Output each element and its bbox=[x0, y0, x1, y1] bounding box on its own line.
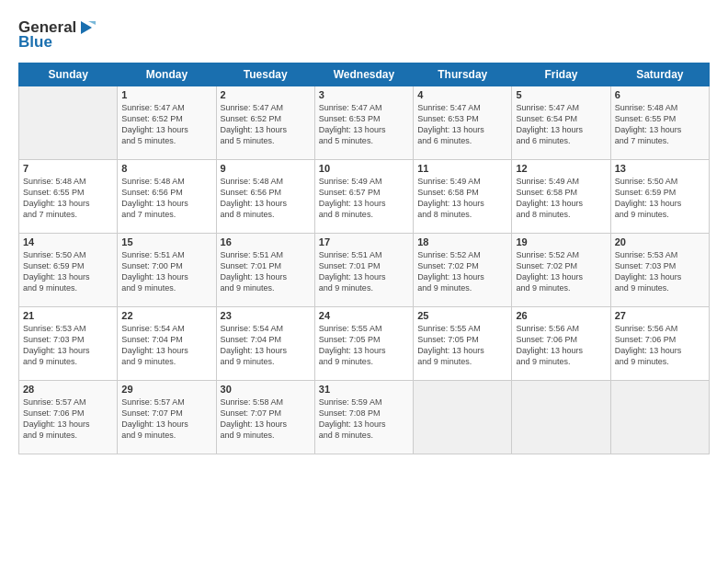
day-number: 18 bbox=[417, 236, 507, 247]
calendar-cell: 12Sunrise: 5:49 AM Sunset: 6:58 PM Dayli… bbox=[512, 160, 610, 234]
day-info: Sunrise: 5:48 AM Sunset: 6:56 PM Dayligh… bbox=[121, 176, 211, 221]
calendar-cell: 28Sunrise: 5:57 AM Sunset: 7:06 PM Dayli… bbox=[19, 381, 118, 454]
day-info: Sunrise: 5:52 AM Sunset: 7:02 PM Dayligh… bbox=[516, 249, 606, 294]
day-info: Sunrise: 5:48 AM Sunset: 6:56 PM Dayligh… bbox=[221, 176, 311, 221]
day-number: 24 bbox=[319, 310, 409, 321]
calendar-cell: 17Sunrise: 5:51 AM Sunset: 7:01 PM Dayli… bbox=[314, 234, 413, 307]
calendar-day-header: Sunday bbox=[19, 63, 118, 86]
calendar-week-row: 7Sunrise: 5:48 AM Sunset: 6:55 PM Daylig… bbox=[19, 160, 710, 234]
day-info: Sunrise: 5:59 AM Sunset: 7:08 PM Dayligh… bbox=[319, 396, 409, 442]
day-info: Sunrise: 5:47 AM Sunset: 6:53 PM Dayligh… bbox=[319, 102, 409, 147]
day-number: 7 bbox=[23, 163, 113, 174]
day-info: Sunrise: 5:50 AM Sunset: 6:59 PM Dayligh… bbox=[615, 176, 705, 221]
calendar-cell: 7Sunrise: 5:48 AM Sunset: 6:55 PM Daylig… bbox=[19, 160, 118, 234]
calendar-cell: 24Sunrise: 5:55 AM Sunset: 7:05 PM Dayli… bbox=[314, 307, 413, 381]
calendar-day-header: Tuesday bbox=[216, 63, 314, 86]
calendar-header-row: SundayMondayTuesdayWednesdayThursdayFrid… bbox=[19, 63, 710, 86]
day-number: 27 bbox=[615, 310, 705, 321]
day-info: Sunrise: 5:57 AM Sunset: 7:07 PM Dayligh… bbox=[121, 396, 211, 442]
calendar-week-row: 21Sunrise: 5:53 AM Sunset: 7:03 PM Dayli… bbox=[19, 307, 710, 381]
calendar-cell: 14Sunrise: 5:50 AM Sunset: 6:59 PM Dayli… bbox=[19, 234, 118, 307]
day-number: 12 bbox=[516, 163, 606, 174]
day-info: Sunrise: 5:51 AM Sunset: 7:01 PM Dayligh… bbox=[319, 249, 409, 294]
day-info: Sunrise: 5:54 AM Sunset: 7:04 PM Dayligh… bbox=[221, 323, 311, 368]
day-number: 6 bbox=[615, 89, 705, 100]
day-number: 19 bbox=[516, 236, 606, 247]
calendar-day-header: Monday bbox=[118, 63, 216, 86]
calendar-cell: 9Sunrise: 5:48 AM Sunset: 6:56 PM Daylig… bbox=[216, 160, 314, 234]
calendar-cell: 10Sunrise: 5:49 AM Sunset: 6:57 PM Dayli… bbox=[314, 160, 413, 234]
day-info: Sunrise: 5:51 AM Sunset: 7:00 PM Dayligh… bbox=[121, 249, 211, 294]
logo-blue: Blue bbox=[18, 33, 52, 52]
calendar-day-header: Wednesday bbox=[314, 63, 413, 86]
day-number: 29 bbox=[121, 384, 211, 395]
day-number: 30 bbox=[221, 384, 311, 395]
calendar-table: SundayMondayTuesdayWednesdayThursdayFrid… bbox=[18, 63, 710, 454]
calendar-cell: 31Sunrise: 5:59 AM Sunset: 7:08 PM Dayli… bbox=[314, 381, 413, 454]
day-info: Sunrise: 5:49 AM Sunset: 6:58 PM Dayligh… bbox=[516, 176, 606, 221]
day-number: 20 bbox=[615, 236, 705, 247]
calendar-cell bbox=[610, 381, 709, 454]
day-number: 31 bbox=[319, 384, 409, 395]
day-number: 25 bbox=[417, 310, 507, 321]
calendar-cell bbox=[414, 381, 512, 454]
calendar-cell: 19Sunrise: 5:52 AM Sunset: 7:02 PM Dayli… bbox=[512, 234, 610, 307]
calendar-cell: 5Sunrise: 5:47 AM Sunset: 6:54 PM Daylig… bbox=[512, 86, 610, 160]
day-number: 4 bbox=[417, 89, 507, 100]
calendar-cell: 8Sunrise: 5:48 AM Sunset: 6:56 PM Daylig… bbox=[118, 160, 216, 234]
day-info: Sunrise: 5:55 AM Sunset: 7:05 PM Dayligh… bbox=[417, 323, 507, 368]
day-info: Sunrise: 5:47 AM Sunset: 6:53 PM Dayligh… bbox=[417, 102, 507, 147]
day-info: Sunrise: 5:58 AM Sunset: 7:07 PM Dayligh… bbox=[221, 396, 311, 442]
day-info: Sunrise: 5:53 AM Sunset: 7:03 PM Dayligh… bbox=[23, 323, 113, 368]
calendar-cell: 25Sunrise: 5:55 AM Sunset: 7:05 PM Dayli… bbox=[414, 307, 512, 381]
calendar-week-row: 1Sunrise: 5:47 AM Sunset: 6:52 PM Daylig… bbox=[19, 86, 710, 160]
calendar-day-header: Thursday bbox=[414, 63, 512, 86]
calendar-week-row: 14Sunrise: 5:50 AM Sunset: 6:59 PM Dayli… bbox=[19, 234, 710, 307]
calendar-day-header: Saturday bbox=[610, 63, 709, 86]
day-number: 1 bbox=[121, 89, 211, 100]
calendar-cell: 18Sunrise: 5:52 AM Sunset: 7:02 PM Dayli… bbox=[414, 234, 512, 307]
day-number: 3 bbox=[319, 89, 409, 100]
day-number: 5 bbox=[516, 89, 606, 100]
logo-arrow-icon bbox=[77, 18, 96, 37]
day-info: Sunrise: 5:47 AM Sunset: 6:52 PM Dayligh… bbox=[121, 102, 211, 147]
calendar-cell: 27Sunrise: 5:56 AM Sunset: 7:06 PM Dayli… bbox=[610, 307, 709, 381]
day-number: 23 bbox=[221, 310, 311, 321]
day-info: Sunrise: 5:51 AM Sunset: 7:01 PM Dayligh… bbox=[221, 249, 311, 294]
calendar-cell: 13Sunrise: 5:50 AM Sunset: 6:59 PM Dayli… bbox=[610, 160, 709, 234]
day-number: 15 bbox=[121, 236, 211, 247]
header: General Blue bbox=[18, 18, 710, 52]
calendar-week-row: 28Sunrise: 5:57 AM Sunset: 7:06 PM Dayli… bbox=[19, 381, 710, 454]
day-info: Sunrise: 5:53 AM Sunset: 7:03 PM Dayligh… bbox=[615, 249, 705, 294]
day-number: 8 bbox=[121, 163, 211, 174]
day-number: 26 bbox=[516, 310, 606, 321]
day-number: 22 bbox=[121, 310, 211, 321]
calendar-cell: 23Sunrise: 5:54 AM Sunset: 7:04 PM Dayli… bbox=[216, 307, 314, 381]
day-number: 11 bbox=[417, 163, 507, 174]
day-info: Sunrise: 5:48 AM Sunset: 6:55 PM Dayligh… bbox=[615, 102, 705, 147]
day-number: 14 bbox=[23, 236, 113, 247]
day-number: 16 bbox=[221, 236, 311, 247]
day-info: Sunrise: 5:50 AM Sunset: 6:59 PM Dayligh… bbox=[23, 249, 113, 294]
calendar-cell: 20Sunrise: 5:53 AM Sunset: 7:03 PM Dayli… bbox=[610, 234, 709, 307]
calendar-cell: 3Sunrise: 5:47 AM Sunset: 6:53 PM Daylig… bbox=[314, 86, 413, 160]
svg-marker-1 bbox=[88, 21, 96, 25]
svg-marker-0 bbox=[81, 21, 92, 34]
calendar-cell: 6Sunrise: 5:48 AM Sunset: 6:55 PM Daylig… bbox=[610, 86, 709, 160]
calendar-cell bbox=[512, 381, 610, 454]
day-info: Sunrise: 5:48 AM Sunset: 6:55 PM Dayligh… bbox=[23, 176, 113, 221]
day-number: 10 bbox=[319, 163, 409, 174]
calendar-cell: 30Sunrise: 5:58 AM Sunset: 7:07 PM Dayli… bbox=[216, 381, 314, 454]
calendar-cell: 21Sunrise: 5:53 AM Sunset: 7:03 PM Dayli… bbox=[19, 307, 118, 381]
day-info: Sunrise: 5:54 AM Sunset: 7:04 PM Dayligh… bbox=[121, 323, 211, 368]
calendar-cell: 16Sunrise: 5:51 AM Sunset: 7:01 PM Dayli… bbox=[216, 234, 314, 307]
page: General Blue SundayMondayTuesdayWednesda… bbox=[0, 0, 728, 563]
calendar-cell: 4Sunrise: 5:47 AM Sunset: 6:53 PM Daylig… bbox=[414, 86, 512, 160]
calendar-cell: 22Sunrise: 5:54 AM Sunset: 7:04 PM Dayli… bbox=[118, 307, 216, 381]
day-info: Sunrise: 5:47 AM Sunset: 6:54 PM Dayligh… bbox=[516, 102, 606, 147]
day-info: Sunrise: 5:56 AM Sunset: 7:06 PM Dayligh… bbox=[615, 323, 705, 368]
day-info: Sunrise: 5:47 AM Sunset: 6:52 PM Dayligh… bbox=[221, 102, 311, 147]
day-number: 28 bbox=[23, 384, 113, 395]
day-number: 17 bbox=[319, 236, 409, 247]
calendar-cell: 26Sunrise: 5:56 AM Sunset: 7:06 PM Dayli… bbox=[512, 307, 610, 381]
